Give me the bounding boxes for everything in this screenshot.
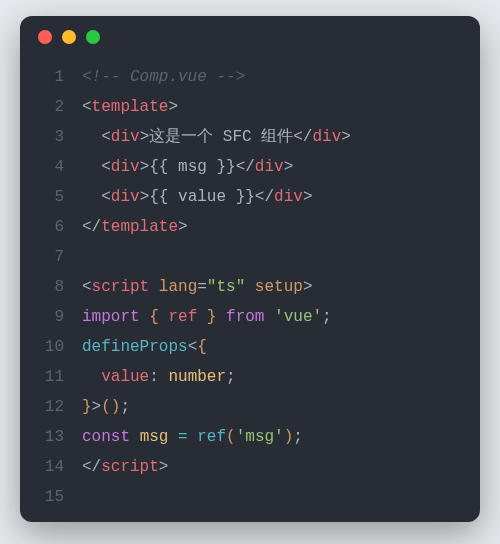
- token-punct: >: [159, 458, 169, 476]
- token-punct: <: [101, 158, 111, 176]
- line-number: 4: [20, 152, 82, 182]
- line-number: 2: [20, 92, 82, 122]
- code-line: 1<!-- Comp.vue -->: [20, 62, 480, 92]
- line-number: 9: [20, 302, 82, 332]
- code-content: <div>{{ msg }}</div>: [82, 152, 480, 182]
- line-number: 15: [20, 482, 82, 512]
- token-tag: div: [274, 188, 303, 206]
- token-punct: [149, 278, 159, 296]
- code-line: 10defineProps<{: [20, 332, 480, 362]
- code-line: 4 <div>{{ msg }}</div>: [20, 152, 480, 182]
- code-window: 1<!-- Comp.vue -->2<template>3 <div>这是一个…: [20, 16, 480, 522]
- token-punct: [188, 428, 198, 446]
- line-number: 6: [20, 212, 82, 242]
- token-punct: :: [149, 368, 168, 386]
- code-line: 15: [20, 482, 480, 512]
- minimize-icon[interactable]: [62, 30, 76, 44]
- token-tag: script: [92, 278, 150, 296]
- code-line: 6</template>: [20, 212, 480, 242]
- line-number: 12: [20, 392, 82, 422]
- token-attr: lang: [159, 278, 197, 296]
- code-content: </template>: [82, 212, 480, 242]
- token-func: defineProps: [82, 338, 188, 356]
- code-content: <!-- Comp.vue -->: [82, 62, 480, 92]
- code-content: const msg = ref('msg');: [82, 422, 480, 452]
- line-number: 7: [20, 242, 82, 272]
- code-line: 2<template>: [20, 92, 480, 122]
- token-tag: template: [92, 98, 169, 116]
- token-tag: template: [101, 218, 178, 236]
- token-punct: [264, 308, 274, 326]
- token-punct: </: [255, 188, 274, 206]
- token-punct: </: [82, 218, 101, 236]
- token-keyword: const: [82, 428, 130, 446]
- token-punct: >: [168, 98, 178, 116]
- token-bracket: ): [284, 428, 294, 446]
- code-content: value: number;: [82, 362, 480, 392]
- code-line: 13const msg = ref('msg');: [20, 422, 480, 452]
- token-tag: div: [111, 158, 140, 176]
- token-punct: >: [92, 398, 102, 416]
- token-type: msg: [140, 428, 169, 446]
- maximize-icon[interactable]: [86, 30, 100, 44]
- token-keyword: from: [226, 308, 264, 326]
- line-number: 14: [20, 452, 82, 482]
- code-content: <div>这是一个 SFC 组件</div>: [82, 122, 480, 152]
- code-line: 5 <div>{{ value }}</div>: [20, 182, 480, 212]
- line-number: 11: [20, 362, 82, 392]
- token-bracket: }: [207, 308, 217, 326]
- code-content: }>();: [82, 392, 480, 422]
- token-punct: >: [284, 158, 294, 176]
- token-tag: script: [101, 458, 159, 476]
- token-punct: >: [140, 188, 150, 206]
- token-punct: >: [178, 218, 188, 236]
- token-bracket: (: [226, 428, 236, 446]
- token-punct: 这是一个 SFC 组件: [149, 128, 293, 146]
- token-bracket: ): [111, 398, 121, 416]
- token-tag: div: [312, 128, 341, 146]
- token-ident: value: [101, 368, 149, 386]
- token-bracket: (: [101, 398, 111, 416]
- token-punct: >: [140, 128, 150, 146]
- token-punct: <: [82, 98, 92, 116]
- token-string: 'vue': [274, 308, 322, 326]
- token-punct: [245, 278, 255, 296]
- token-punct: {{ value }}: [149, 188, 255, 206]
- code-content: [82, 482, 480, 512]
- code-line: 7: [20, 242, 480, 272]
- code-line: 9import { ref } from 'vue';: [20, 302, 480, 332]
- token-func: ref: [197, 428, 226, 446]
- token-string: "ts": [207, 278, 245, 296]
- code-line: 12}>();: [20, 392, 480, 422]
- page-frame: 1<!-- Comp.vue -->2<template>3 <div>这是一个…: [0, 0, 500, 544]
- line-number: 13: [20, 422, 82, 452]
- token-tag: div: [111, 188, 140, 206]
- token-punct: =: [197, 278, 207, 296]
- token-punct: </: [82, 458, 101, 476]
- token-bracket: {: [149, 308, 159, 326]
- token-bracket: {: [197, 338, 207, 356]
- token-punct: [140, 308, 150, 326]
- token-ident: ref: [159, 308, 207, 326]
- token-punct: ;: [226, 368, 236, 386]
- token-punct: </: [293, 128, 312, 146]
- token-attr: setup: [255, 278, 303, 296]
- token-punct: <: [101, 188, 111, 206]
- line-number: 10: [20, 332, 82, 362]
- code-line: 14</script>: [20, 452, 480, 482]
- code-content: <script lang="ts" setup>: [82, 272, 480, 302]
- token-punct: </: [236, 158, 255, 176]
- line-number: 1: [20, 62, 82, 92]
- token-type: number: [168, 368, 226, 386]
- token-punct: <: [82, 278, 92, 296]
- code-content: defineProps<{: [82, 332, 480, 362]
- close-icon[interactable]: [38, 30, 52, 44]
- token-bracket: }: [82, 398, 92, 416]
- code-content: </script>: [82, 452, 480, 482]
- token-punct: >: [303, 278, 313, 296]
- token-tag: div: [111, 128, 140, 146]
- token-punct: ;: [120, 398, 130, 416]
- line-number: 3: [20, 122, 82, 152]
- token-punct: ;: [322, 308, 332, 326]
- token-punct: <: [188, 338, 198, 356]
